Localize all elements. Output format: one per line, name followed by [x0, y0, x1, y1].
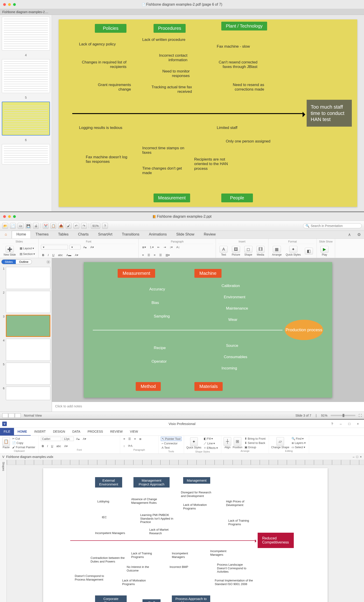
pdf-thumbnail[interactable] [2, 59, 50, 93]
tab-home[interactable]: HOME [14, 428, 31, 436]
position-icon[interactable]: ⊞ [234, 437, 241, 446]
copy-button[interactable]: 📄 Copy [11, 441, 36, 445]
fill-button[interactable]: ◧ Fill ▾ [203, 437, 219, 441]
tab-data[interactable]: DATA [69, 428, 84, 436]
open-icon[interactable]: 📂 [2, 223, 8, 229]
minimize-icon[interactable]: – [337, 422, 345, 426]
connector-tool[interactable]: ⌐ Connector [161, 441, 179, 445]
insert-shape[interactable]: ◻Shape [243, 246, 254, 256]
visio-titlebar[interactable]: V Visio Professional ? – □ × [0, 420, 364, 428]
minimize-icon[interactable] [8, 3, 11, 6]
strike-button[interactable]: abc [57, 253, 64, 258]
align-center[interactable]: ☰ [146, 253, 151, 258]
slide-thumbnail[interactable] [6, 291, 50, 313]
view-normal-icon[interactable] [2, 413, 8, 418]
slide-thumbnail[interactable] [6, 387, 50, 400]
send-back-button[interactable]: ⬇ Send to Back [244, 441, 267, 445]
maximize-icon[interactable] [13, 3, 16, 6]
line-spacing[interactable]: ↕▾ [169, 245, 174, 249]
line-button[interactable]: ／ Line ▾ [203, 441, 219, 446]
paste-icon[interactable]: 📋 [2, 437, 10, 446]
font-shrink[interactable]: A▾ [89, 245, 95, 249]
insert-picture[interactable]: 🖼Picture [230, 246, 241, 256]
slide-thumbnail[interactable] [6, 267, 50, 289]
insert-media[interactable]: 🎞Media [255, 246, 266, 256]
ribbon-tab-home[interactable]: Home [12, 231, 31, 238]
ribbon-tab-animations[interactable]: Animations [144, 231, 171, 238]
search-box[interactable]: 🔍 [303, 223, 362, 228]
ribbon-home-icon[interactable]: ⌂ [0, 231, 12, 238]
gear-icon[interactable]: ⚙ [354, 231, 364, 238]
format-painter-button[interactable]: 🖌 Format Painter [11, 445, 36, 449]
pointer-tool[interactable]: ↖ Pointer Tool [161, 437, 182, 441]
align-left[interactable]: ≡ [122, 437, 126, 441]
font-family[interactable]: Calibri [41, 437, 61, 441]
indent-button[interactable]: ⇥ [162, 245, 167, 249]
help-icon[interactable]: ? [102, 223, 108, 229]
zoom-slider[interactable] [331, 415, 355, 416]
drawing-canvas[interactable]: External Environment Management Project … [43, 468, 328, 602]
pdf-titlebar[interactable]: Fishbone diagram examples-2.pdf (page 6 … [0, 0, 364, 9]
pdf-tab[interactable]: Fishbone diagram examples-2.... [2, 10, 48, 14]
tab-insert[interactable]: INSERT [31, 428, 49, 436]
pdf-thumbnail-selected[interactable] [2, 102, 50, 136]
change-shape-icon[interactable]: ▱ [276, 437, 284, 446]
tab-outline[interactable]: Outline [16, 260, 31, 264]
doc-minimize[interactable]: – [353, 455, 354, 459]
italic-button[interactable]: I [47, 253, 50, 258]
insert-text[interactable]: AText [218, 246, 229, 256]
tab-file[interactable]: FILE [0, 428, 14, 436]
rotate-text[interactable]: ⟳A [127, 444, 133, 448]
slide-thumbnail[interactable] [6, 363, 50, 385]
bullets[interactable]: ≣ [138, 437, 142, 441]
font-size[interactable]: 12pt. [63, 437, 74, 441]
ribbon-tab-review[interactable]: Review [199, 231, 220, 238]
play-button[interactable]: ▶Play [319, 246, 330, 256]
tab-slides[interactable]: Slides [1, 260, 16, 264]
bold-button[interactable]: B [41, 253, 45, 258]
maximize-icon[interactable] [13, 215, 16, 218]
undo-icon[interactable]: ↶ [73, 223, 79, 229]
layout-button[interactable]: ▦ Layout ▾ [19, 246, 36, 251]
cut-icon[interactable]: ✂️ [43, 223, 49, 229]
strike[interactable]: abc [55, 444, 62, 448]
new-icon[interactable]: 📄 [10, 223, 16, 229]
align-icon[interactable]: ┼ [224, 437, 231, 446]
align-justify[interactable]: ☰ [158, 253, 163, 258]
bold[interactable]: B [41, 444, 45, 448]
help-icon[interactable]: ? [328, 422, 336, 426]
group-button[interactable]: ▣ Group [244, 445, 267, 449]
bring-front-button[interactable]: ⬆ Bring to Front [244, 437, 267, 441]
close-icon[interactable]: × [354, 422, 362, 426]
maximize-icon[interactable]: □ [345, 422, 353, 426]
template-icon[interactable]: 🗂 [18, 223, 23, 229]
paint-icon[interactable]: 🖌 [66, 223, 72, 229]
font-grow[interactable]: A▴ [82, 245, 88, 249]
ribbon-tab-slideshow[interactable]: Slide Show [171, 231, 199, 238]
search-input[interactable] [311, 224, 359, 228]
quick-styles-button[interactable]: ✦Quick Styles [284, 246, 302, 256]
ribbon-tab-transitions[interactable]: Transitions [117, 231, 144, 238]
text-tool[interactable]: A Text [161, 446, 171, 450]
numbering-button[interactable]: 1.▾ [149, 245, 155, 249]
ribbon-tab-themes[interactable]: Themes [31, 231, 53, 238]
fit-icon[interactable]: ⛶ [359, 414, 362, 417]
pdf-thumbnail[interactable] [2, 17, 50, 51]
tab-process[interactable]: PROCESS [84, 428, 107, 436]
pdf-page-canvas[interactable]: Policies Procedures Plant / Technology M… [59, 19, 357, 207]
select-button[interactable]: ▭ Select ▾ [291, 445, 307, 449]
align-right[interactable]: ≡ [153, 253, 157, 258]
underline-button[interactable]: U [51, 253, 55, 258]
ribbon-tab-charts[interactable]: Charts [73, 231, 93, 238]
font-color[interactable]: A▾ [63, 444, 69, 448]
print-icon[interactable]: 🖨 [33, 223, 39, 229]
bullets-button[interactable]: ≣▾ [141, 245, 147, 249]
doc-close[interactable]: × [360, 455, 362, 459]
doc-maximize[interactable]: □ [356, 455, 358, 459]
font-color[interactable]: A▾ [74, 253, 79, 258]
notes-pane[interactable]: Click to add notes [52, 402, 364, 412]
align-center[interactable]: ☰ [127, 437, 132, 441]
slide-canvas[interactable]: Measurement Machine Method Materials Pro… [84, 262, 332, 398]
zoom-field-icon[interactable]: 91% [91, 223, 100, 229]
save-icon[interactable]: 💾 [25, 223, 31, 229]
